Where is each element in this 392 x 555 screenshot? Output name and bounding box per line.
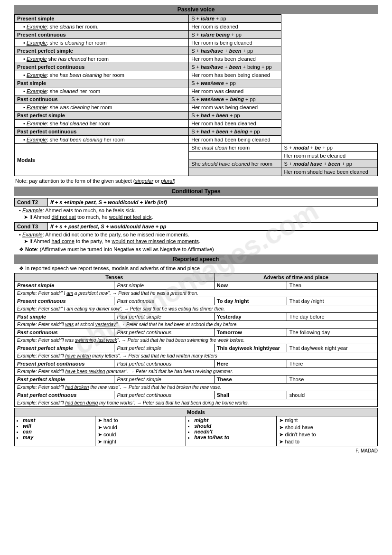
table-row: • Example: she is cleaning her room Her …: [15, 39, 378, 47]
table-row: must will can may ➤ had to ➤ would ➤ cou…: [15, 416, 378, 446]
table-row: • Example: she had cleaned her room Her …: [15, 120, 378, 128]
table-row: Example: Peter said:"I was at school yes…: [15, 321, 378, 329]
cond-t3-arrow: ➤ If Ahmed had come to the party, he wou…: [24, 238, 378, 245]
table-row: Present perfect continuous Past perfect …: [15, 360, 378, 368]
tenses-table: Tenses Adverbs of time and place Present…: [14, 273, 378, 407]
table-row: Past continuous Past perfect continuous …: [15, 329, 378, 337]
table-row: Past perfect continuous S + had + been +…: [15, 128, 378, 136]
modals-table: Modals must will can may ➤ had to ➤ woul…: [14, 408, 378, 446]
footer-name: F. MADAD: [14, 448, 378, 453]
table-row: Present perfect continuous S + has/have …: [15, 63, 378, 71]
passive-note: Note: pay attention to the form of the g…: [15, 178, 377, 184]
table-row: Past perfect continuous Past perfect con…: [15, 391, 378, 399]
table-row: Present continuous Past continuous To da…: [15, 297, 378, 305]
table-row: Example: Peter said:"I have been revisin…: [15, 368, 378, 376]
table-row: Past simple Past perfect simple Yesterda…: [15, 313, 378, 321]
reported-speech-section: Reported speech ❖ In reported speech we …: [14, 254, 378, 446]
table-row: • Example: she cleans her room. Her room…: [15, 23, 378, 31]
cond-t2-arrow: ➤ If Ahmed did not eat too much, he woul…: [24, 214, 378, 220]
table-row: • Example: she cleaned her room Her room…: [15, 87, 378, 95]
table-row: Example: Peter said:" I am a president n…: [15, 290, 378, 297]
table-row: Present perfect simple S + has/have + be…: [15, 47, 378, 55]
passive-voice-table: Present simple S + is/are + pp • Example…: [14, 14, 378, 176]
table-row: Past perfect simple S + had + been + pp: [15, 112, 378, 120]
table-row: • Example: she was cleaning her room Her…: [15, 103, 378, 112]
table-row: Past continuous S + was/were + being + p…: [15, 95, 378, 103]
table-row: Tenses Adverbs of time and place: [15, 273, 378, 282]
passive-voice-section: Passive voice Present simple S + is/are …: [14, 5, 378, 184]
table-row: Past perfect simple Past perfect simple …: [15, 376, 378, 384]
table-row: Example: Peter said:"I was swimming last…: [15, 337, 378, 344]
cond-t3-table: Cond T3 If + s + past perfect, S + would…: [14, 222, 378, 231]
table-row: • Example: she has been cleaning her roo…: [15, 71, 378, 79]
table-row: Present continuous S + is/are being + pp: [15, 31, 378, 39]
table-row: • Example she has cleaned her room Her r…: [15, 55, 378, 63]
table-row: Present simple S + is/are + pp: [15, 15, 378, 23]
cond-t2-table: Cond T2 If + s +simple past, S + would/c…: [14, 198, 378, 207]
table-row: Present perfect simple Past perfect simp…: [15, 344, 378, 352]
reported-speech-header: Reported speech: [14, 254, 378, 264]
table-row: Example: Peter said:"I had broken the ne…: [15, 384, 378, 391]
cond-t3-example: • Example: Ahmed did not come to the par…: [19, 232, 378, 237]
reported-note: ❖ In reported speech we report tenses, m…: [19, 265, 377, 272]
conditional-note: ❖ Note: (Affirmative must be turned into…: [19, 246, 378, 253]
table-row: Cond T2 If + s +simple past, S + would/c…: [15, 198, 378, 207]
conditional-header: Conditional Types: [14, 187, 378, 196]
table-row: Past simple S + was/were + pp: [15, 79, 378, 87]
cond-t2-example: • Example: Ahmed eats too much, so he fe…: [19, 207, 378, 213]
table-row: Present simple Past simple Now Then: [15, 282, 378, 290]
passive-voice-header: Passive voice: [14, 5, 378, 14]
table-row: Cond T3 If + s + past perfect, S + would…: [15, 223, 378, 231]
table-row: Example: Peter said:" I am eating my din…: [15, 305, 378, 313]
table-row: Example: Peter said:"I had been doing my…: [15, 399, 378, 407]
table-row: Example: Peter said:"I have written many…: [15, 352, 378, 360]
table-row: Modals She must clean her room S + modal…: [15, 144, 378, 152]
table-row: • Example: she had been cleaning her roo…: [15, 136, 378, 144]
conditional-section: Conditional Types Cond T2 If + s +simple…: [14, 187, 378, 253]
table-row: Modals: [15, 408, 378, 416]
